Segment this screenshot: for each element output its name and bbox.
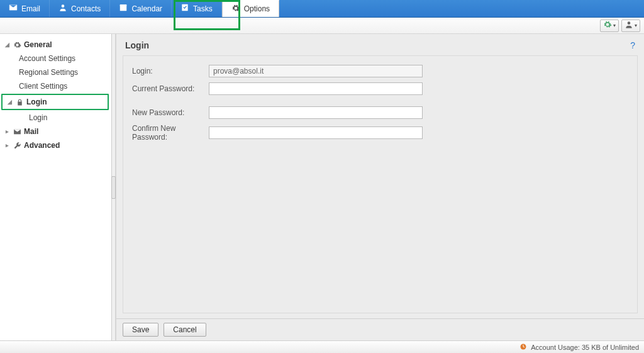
collapse-icon: ◢ xyxy=(4,39,10,50)
sidebar-item-general[interactable]: ◢ General xyxy=(0,38,111,52)
account-usage-text: Account Usage: 35 KB of Unlimited xyxy=(531,344,639,351)
sidebar-item-client-settings[interactable]: Client Settings xyxy=(0,79,111,93)
gear-icon xyxy=(13,40,21,49)
tab-calendar-label: Calendar xyxy=(131,4,162,13)
toolstrip: ▾ ▾ xyxy=(0,18,644,34)
main-panel: Login ? Login: Current Password: New Pas… xyxy=(116,34,644,340)
contacts-icon xyxy=(58,3,67,14)
tab-contacts-label: Contacts xyxy=(71,4,101,13)
sidebar-item-regional-settings[interactable]: Regional Settings xyxy=(0,65,111,79)
sidebar-login-section-label: Login xyxy=(26,96,47,108)
tasks-icon xyxy=(180,3,189,14)
collapse-icon: ◢ xyxy=(6,96,13,108)
new-password-field[interactable] xyxy=(209,106,423,119)
top-nav: Email Contacts Calendar Tasks Options xyxy=(0,0,644,18)
cancel-button[interactable]: Cancel xyxy=(164,323,206,337)
tab-tasks[interactable]: Tasks xyxy=(172,0,222,17)
sidebar-mail-label: Mail xyxy=(24,126,38,137)
settings-dropdown-button[interactable]: ▾ xyxy=(600,20,619,32)
gear-icon xyxy=(231,4,240,14)
user-icon xyxy=(625,20,633,31)
sidebar-item-advanced[interactable]: ▸ Advanced xyxy=(0,138,111,152)
sidebar-item-mail[interactable]: ▸ Mail xyxy=(0,125,111,138)
wrench-icon xyxy=(13,141,21,150)
main-header: Login ? xyxy=(116,34,644,55)
page-title: Login xyxy=(125,40,149,50)
splitter-handle-icon xyxy=(111,176,116,199)
confirm-password-label: Confirm New Password: xyxy=(132,124,209,142)
button-bar: Save Cancel xyxy=(116,318,644,340)
tab-options[interactable]: Options xyxy=(222,0,279,17)
sidebar-advanced-label: Advanced xyxy=(24,140,60,151)
tab-email[interactable]: Email xyxy=(0,0,50,17)
lock-icon xyxy=(15,98,24,106)
sidebar-item-login[interactable]: Login xyxy=(0,111,111,125)
tab-contacts[interactable]: Contacts xyxy=(50,0,110,17)
sidebar-item-login-section[interactable]: ◢ Login xyxy=(1,94,109,110)
save-button[interactable]: Save xyxy=(123,323,158,337)
tab-email-label: Email xyxy=(21,4,40,13)
confirm-password-field[interactable] xyxy=(209,126,423,139)
login-label: Login: xyxy=(132,67,209,76)
expand-icon: ▸ xyxy=(4,126,10,137)
sidebar-splitter[interactable] xyxy=(112,34,116,340)
tab-tasks-label: Tasks xyxy=(193,4,213,13)
login-field[interactable] xyxy=(209,65,423,77)
sidebar-general-label: General xyxy=(24,39,52,50)
status-bar: Account Usage: 35 KB of Unlimited xyxy=(0,340,644,353)
email-icon xyxy=(9,3,18,14)
svg-rect-1 xyxy=(120,4,127,6)
sidebar-item-account-settings[interactable]: Account Settings xyxy=(0,52,111,65)
help-link[interactable]: ? xyxy=(630,40,635,50)
usage-icon xyxy=(519,343,527,352)
user-dropdown-button[interactable]: ▾ xyxy=(621,20,640,32)
login-form: Login: Current Password: New Password: C… xyxy=(123,55,638,313)
tab-options-label: Options xyxy=(244,4,270,13)
tab-calendar[interactable]: Calendar xyxy=(110,0,172,17)
options-sidebar: ◢ General Account Settings Regional Sett… xyxy=(0,34,112,340)
chevron-down-icon: ▾ xyxy=(613,23,616,28)
expand-icon: ▸ xyxy=(4,140,10,151)
new-password-label: New Password: xyxy=(132,108,209,117)
workspace: ◢ General Account Settings Regional Sett… xyxy=(0,34,644,340)
chevron-down-icon: ▾ xyxy=(635,23,637,28)
current-password-field[interactable] xyxy=(209,82,423,95)
mail-icon xyxy=(13,127,21,136)
current-password-label: Current Password: xyxy=(132,84,209,93)
calendar-icon xyxy=(119,3,128,14)
gear-icon xyxy=(603,20,612,31)
